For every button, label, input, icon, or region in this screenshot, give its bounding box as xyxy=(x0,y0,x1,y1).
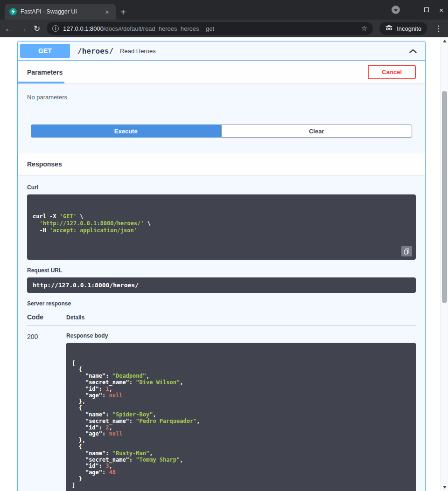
swagger-page: GET /heroes/ Read Heroes Parameters Canc… xyxy=(0,37,441,491)
response-body-code: [ { "name": "Deadpond", "secret_name": "… xyxy=(72,360,410,489)
parameters-title: Parameters xyxy=(27,69,63,76)
maximize-icon xyxy=(424,7,429,12)
no-parameters-message: No parameters xyxy=(27,94,67,101)
response-body-block: [ { "name": "Deadpond", "secret_name": "… xyxy=(66,343,416,491)
code-column-header: Code xyxy=(27,313,66,321)
browser-tab[interactable]: FastAPI - Swagger UI × xyxy=(5,4,116,20)
url-host: 127.0.0.1:8000 xyxy=(63,25,104,32)
request-url-block: http://127.0.0.1:8000/heroes/ xyxy=(27,277,416,293)
fastapi-favicon-icon xyxy=(9,8,17,15)
new-tab-button[interactable]: + xyxy=(120,7,126,17)
chevron-up-icon[interactable] xyxy=(409,48,417,54)
curl-title: Curl xyxy=(27,184,416,191)
site-info-icon[interactable]: i xyxy=(52,25,59,32)
address-bar[interactable]: i 127.0.0.1:8000/docs#/default/read_hero… xyxy=(47,22,373,35)
forward-icon[interactable]: → xyxy=(19,25,27,33)
parameters-tab-indicator xyxy=(18,82,64,83)
clear-button[interactable]: Clear xyxy=(221,124,413,138)
status-code: 200 xyxy=(27,332,66,491)
url-text[interactable]: 127.0.0.1:8000/docs#/default/read_heroes… xyxy=(63,25,357,32)
scrollbar-thumb[interactable] xyxy=(442,91,447,303)
browser-window: FastAPI - Swagger UI × + – × ← → ↻ i 127… xyxy=(0,0,448,491)
curl-command-code: curl -X 'GET' \ 'http://127.0.0.1:8000/h… xyxy=(33,213,410,234)
response-body-title: Response body xyxy=(66,332,416,339)
parameters-body: No parameters xyxy=(18,83,425,101)
tab-title: FastAPI - Swagger UI xyxy=(21,8,99,15)
response-table-header: Code Details xyxy=(27,313,416,326)
scrollbar-up-arrow-icon[interactable] xyxy=(441,37,448,45)
opblock-get-heroes: GET /heroes/ Read Heroes Parameters Canc… xyxy=(17,41,426,491)
response-details: Response body [ { "name": "Deadpond", "s… xyxy=(66,332,416,491)
page-scrollbar[interactable] xyxy=(441,37,448,491)
responses-body: Curl curl -X 'GET' \ 'http://127.0.0.1:8… xyxy=(18,175,425,491)
minimize-button[interactable]: – xyxy=(410,7,414,14)
endpoint-path: /heroes/ xyxy=(77,47,113,55)
incognito-badge: Incognito xyxy=(379,22,427,35)
browser-menu-icon[interactable]: ⋮ xyxy=(434,24,443,34)
method-badge: GET xyxy=(20,44,70,58)
tab-strip: FastAPI - Swagger UI × + – × xyxy=(0,0,448,20)
url-path: /docs#/default/read_heroes_heroes__get xyxy=(104,25,214,32)
execute-wrapper: Execute Clear xyxy=(18,101,425,148)
scrollbar-down-arrow-icon[interactable] xyxy=(441,484,448,491)
window-controls: – × xyxy=(392,0,443,20)
endpoint-summary: Read Heroes xyxy=(120,48,156,55)
close-button[interactable]: × xyxy=(439,7,443,14)
parameters-section-header: Parameters Cancel xyxy=(18,61,425,83)
responses-title: Responses xyxy=(27,160,62,168)
reload-icon[interactable]: ↻ xyxy=(34,25,40,33)
copy-curl-button[interactable] xyxy=(401,246,412,256)
details-column-header: Details xyxy=(66,314,84,321)
bookmark-star-icon[interactable]: ☆ xyxy=(361,24,367,33)
tab-close-icon[interactable]: × xyxy=(103,7,111,16)
incognito-icon xyxy=(385,24,393,33)
execute-button[interactable]: Execute xyxy=(31,124,221,138)
incognito-label: Incognito xyxy=(397,25,421,32)
responses-section-header: Responses xyxy=(18,153,425,175)
opblock-header[interactable]: GET /heroes/ Read Heroes xyxy=(18,41,425,61)
cancel-button[interactable]: Cancel xyxy=(368,65,416,79)
back-icon[interactable]: ← xyxy=(5,25,13,33)
browser-toolbar: ← → ↻ i 127.0.0.1:8000/docs#/default/rea… xyxy=(0,20,448,37)
request-url-title: Request URL xyxy=(27,267,416,274)
curl-command-block: curl -X 'GET' \ 'http://127.0.0.1:8000/h… xyxy=(27,194,416,260)
maximize-button[interactable] xyxy=(424,7,429,12)
response-row: 200 Response body [ { "name": "Deadpond"… xyxy=(27,332,416,491)
server-response-title: Server response xyxy=(27,300,416,307)
tab-search-icon[interactable] xyxy=(392,6,400,14)
